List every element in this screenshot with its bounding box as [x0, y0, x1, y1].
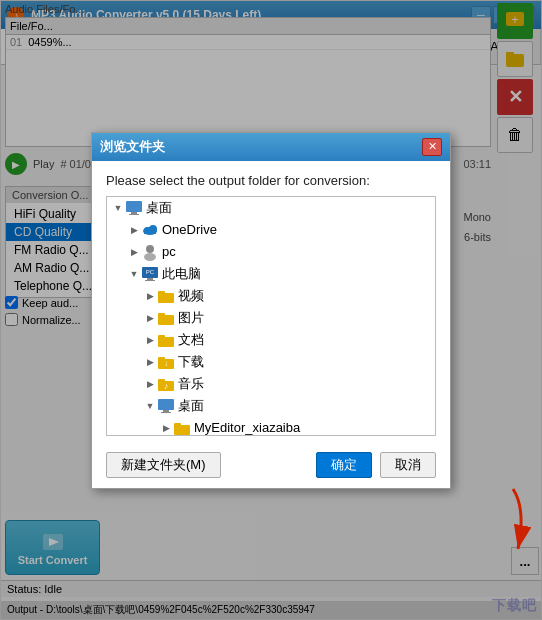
svg-rect-39 — [161, 412, 171, 413]
user-icon — [141, 243, 159, 261]
tree-label: 音乐 — [178, 375, 204, 393]
dialog-footer: 新建文件夹(M) 确定 取消 — [92, 444, 450, 488]
tree-item-desktop-top[interactable]: 桌面 — [107, 197, 435, 219]
folder-icon — [157, 287, 175, 305]
dialog-title: 浏览文件夹 — [100, 138, 165, 156]
tree-label: 此电脑 — [162, 265, 201, 283]
tree-label: 桌面 — [146, 199, 172, 217]
tree-item-pc[interactable]: pc — [107, 241, 435, 263]
svg-rect-18 — [144, 229, 156, 234]
svg-rect-13 — [131, 212, 137, 214]
tree-toggle[interactable] — [143, 377, 157, 391]
svg-point-19 — [146, 245, 154, 253]
tree-toggle[interactable] — [143, 333, 157, 347]
tree-item-documents[interactable]: 文档 — [107, 329, 435, 351]
tree-toggle[interactable] — [127, 267, 141, 281]
tree-toggle[interactable] — [159, 421, 173, 435]
tree-item-myeditor[interactable]: MyEditor_xiazaiba — [107, 417, 435, 436]
new-folder-button[interactable]: 新建文件夹(M) — [106, 452, 221, 478]
dialog-title-bar: 浏览文件夹 ✕ — [92, 133, 450, 161]
folder-icon — [157, 331, 175, 349]
tree-item-downloads[interactable]: ↓下载 — [107, 351, 435, 373]
tree-label: 图片 — [178, 309, 204, 327]
svg-rect-23 — [145, 280, 155, 281]
computer-icon: PC — [141, 265, 159, 283]
tree-label: 文档 — [178, 331, 204, 349]
tree-toggle[interactable] — [143, 355, 157, 369]
folder-music-icon: ♪ — [157, 375, 175, 393]
dialog-instruction: Please select the output folder for conv… — [106, 173, 436, 188]
tree-item-music[interactable]: ♪音乐 — [107, 373, 435, 395]
svg-rect-28 — [158, 313, 165, 317]
ok-button[interactable]: 确定 — [316, 452, 372, 478]
folder-browser-dialog: 浏览文件夹 ✕ Please select the output folder … — [91, 132, 451, 489]
tree-toggle[interactable] — [143, 311, 157, 325]
tree-toggle[interactable] — [127, 245, 141, 259]
tree-item-this-computer[interactable]: PC此电脑 — [107, 263, 435, 285]
desktop-icon — [125, 199, 143, 217]
folder-icon — [173, 419, 191, 436]
tree-label: 下载 — [178, 353, 204, 371]
svg-rect-26 — [158, 291, 165, 295]
svg-point-20 — [144, 253, 156, 261]
tree-item-desktop-sub[interactable]: 桌面 — [107, 395, 435, 417]
desktop-folder-icon — [157, 397, 175, 415]
tree-label: 桌面 — [178, 397, 204, 415]
tree-label: OneDrive — [162, 222, 217, 237]
svg-rect-12 — [126, 201, 142, 212]
svg-rect-14 — [129, 214, 139, 215]
tree-toggle[interactable] — [111, 201, 125, 215]
app-window: ♪ MP3 Audio Converter v5.0 (15 Days Left… — [0, 0, 542, 620]
cloud-icon — [141, 221, 159, 239]
tree-toggle[interactable] — [143, 289, 157, 303]
svg-rect-30 — [158, 335, 165, 339]
folder-down-icon: ↓ — [157, 353, 175, 371]
tree-label: 视频 — [178, 287, 204, 305]
dialog-overlay: 浏览文件夹 ✕ Please select the output folder … — [1, 1, 541, 619]
svg-rect-38 — [163, 410, 169, 412]
svg-text:PC: PC — [146, 269, 155, 275]
svg-rect-41 — [174, 423, 181, 427]
tree-toggle[interactable] — [143, 399, 157, 413]
cancel-button[interactable]: 取消 — [380, 452, 436, 478]
folder-icon — [157, 309, 175, 327]
tree-toggle[interactable] — [127, 223, 141, 237]
dialog-body: Please select the output folder for conv… — [92, 161, 450, 444]
tree-label: pc — [162, 244, 176, 259]
tree-label: MyEditor_xiazaiba — [194, 420, 300, 435]
tree-item-videos[interactable]: 视频 — [107, 285, 435, 307]
svg-rect-37 — [158, 399, 174, 410]
svg-rect-22 — [147, 278, 153, 280]
tree-item-onedrive[interactable]: OneDrive — [107, 219, 435, 241]
tree-item-pictures[interactable]: 图片 — [107, 307, 435, 329]
svg-text:♪: ♪ — [164, 381, 169, 391]
svg-text:↓: ↓ — [164, 359, 168, 368]
dialog-close-button[interactable]: ✕ — [422, 138, 442, 156]
folder-tree[interactable]: 桌面OneDrivepcPC此电脑视频图片文档↓下载♪音乐桌面MyEditor_… — [106, 196, 436, 436]
